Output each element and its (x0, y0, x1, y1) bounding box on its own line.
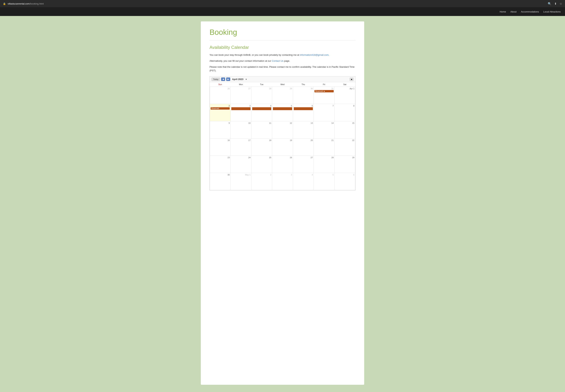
calendar-month-label: April 2023 (232, 78, 243, 81)
reserved-event-tue (252, 107, 271, 110)
cal-day-apr7: 7 (314, 104, 334, 121)
calendar-week-2: 2 Reserved 3 4 5 (210, 104, 355, 121)
page-background: Booking Availability Calendar You can bo… (0, 16, 565, 392)
cal-day-apr8: 8 (334, 104, 355, 121)
section-divider (210, 40, 355, 41)
nav-accommodations[interactable]: Accommodations (521, 10, 539, 13)
nav-home[interactable]: Home (500, 10, 506, 13)
booking-para3: Please note that the calendar is not upd… (210, 65, 355, 73)
navbar: Home About Accommodations Local Attracti… (0, 7, 565, 16)
cal-day-mar30: 30 (293, 87, 313, 104)
col-header-wed: Wed (272, 82, 293, 87)
cal-day-may2: 2 (251, 173, 272, 190)
reserved-event-start[interactable]: Reserved ► (314, 90, 334, 92)
cal-day-apr14: 14 (314, 121, 334, 139)
cal-day-may3: 3 (272, 173, 293, 190)
cal-day-apr3: 3 (231, 104, 251, 121)
cal-day-apr18: 18 (251, 139, 272, 156)
availability-calendar: Today ◀ ▶ April 2023 ▼ ■ Sun Mon Tue Wed… (210, 76, 355, 190)
calendar-week-3: 9 10 11 12 13 14 15 (210, 121, 355, 139)
month-dropdown-button[interactable]: ▼ (245, 78, 247, 80)
nav-local-attractions[interactable]: Local Attractions (543, 10, 561, 13)
reserved-event-sun[interactable]: Reserved (211, 107, 230, 110)
cal-day-may6: 6 (334, 173, 355, 190)
share-icon[interactable]: ⬆ (554, 2, 557, 5)
cal-day-apr22: 22 (334, 139, 355, 156)
cal-day-mar29: 29 (272, 87, 293, 104)
cal-day-apr11: 11 (251, 121, 272, 139)
reserved-event-wed (273, 107, 292, 110)
section-title: Availability Calendar (210, 45, 355, 50)
cal-day-apr13: 13 (293, 121, 313, 139)
content-card: Booking Availability Calendar You can bo… (201, 21, 364, 385)
cal-day-apr19: 19 (272, 139, 293, 156)
calendar-grid: Sun Mon Tue Wed Thu Fri Sat 26 27 28 (210, 82, 355, 190)
email-link[interactable]: information418@gmail.com (300, 54, 328, 56)
cal-day-apr24: 24 (231, 156, 251, 173)
cal-day-apr16: 16 (210, 139, 231, 156)
calendar-week-1: 26 27 28 29 30 31 Reserved ► Apr 1 (210, 87, 355, 104)
cal-day-apr23: 23 (210, 156, 231, 173)
cal-day-apr25: 25 (251, 156, 272, 173)
cal-day-apr17: 17 (231, 139, 251, 156)
cal-day-may1: May 1 (231, 173, 251, 190)
calendar-week-6: 30 May 1 2 3 4 5 6 (210, 173, 355, 190)
calendar-week-4: 16 17 18 19 20 21 22 (210, 139, 355, 156)
search-icon[interactable]: 🔍 (548, 2, 551, 5)
booking-para2: Alternatively, you can fill out your con… (210, 59, 355, 63)
calendar-settings-button[interactable]: ■ (350, 78, 353, 81)
page-title: Booking (210, 28, 355, 37)
col-header-sun: Sun (210, 82, 231, 87)
nav-about[interactable]: About (510, 10, 517, 13)
reserved-event-mon (231, 107, 250, 110)
lock-icon: 🔒 (3, 2, 6, 5)
cal-day-apr29: 29 (334, 156, 355, 173)
col-header-fri: Fri (314, 82, 334, 87)
cal-day-apr2: 2 Reserved (210, 104, 231, 121)
col-header-tue: Tue (251, 82, 272, 87)
next-month-button[interactable]: ▶ (226, 78, 230, 81)
cal-day-mar26: 26 (210, 87, 231, 104)
cal-day-apr30: 30 (210, 173, 231, 190)
booking-para1: You can book your stay through AirBnB, o… (210, 53, 355, 57)
cal-day-mar31: 31 Reserved ► (314, 87, 334, 104)
cal-day-mar28: 28 (251, 87, 272, 104)
prev-month-button[interactable]: ◀ (221, 78, 225, 81)
cal-day-may4: 4 (293, 173, 313, 190)
col-header-sat: Sat (334, 82, 355, 87)
cal-day-may5: 5 (314, 173, 334, 190)
contact-us-link[interactable]: Contact Us (272, 59, 283, 62)
browser-url: villastucanrental.com/booking.html (8, 2, 44, 5)
col-header-mon: Mon (231, 82, 251, 87)
cal-day-apr15: 15 (334, 121, 355, 139)
browser-chrome: 🔒 villastucanrental.com/booking.html 🔍 ⬆… (0, 0, 565, 7)
cal-day-apr12: 12 (272, 121, 293, 139)
calendar-week-5: 23 24 25 26 27 28 29 (210, 156, 355, 173)
cal-day-apr27: 27 (293, 156, 313, 173)
cal-day-apr1: Apr 1 (334, 87, 355, 104)
cal-day-apr28: 28 (314, 156, 334, 173)
cal-day-mar27: 27 (231, 87, 251, 104)
col-header-thu: Thu (293, 82, 313, 87)
cal-day-apr4: 4 (251, 104, 272, 121)
cal-day-apr21: 21 (314, 139, 334, 156)
cal-day-apr9: 9 (210, 121, 231, 139)
bookmark-icon[interactable]: ☆ (560, 2, 562, 5)
cal-day-apr10: 10 (231, 121, 251, 139)
reserved-event-thu-end (294, 107, 313, 110)
cal-day-apr5: 5 (272, 104, 293, 121)
today-button[interactable]: Today (212, 78, 220, 81)
browser-action-icons: 🔍 ⬆ ☆ (548, 2, 562, 5)
cal-day-apr20: 20 (293, 139, 313, 156)
cal-day-apr6: 6 (293, 104, 313, 121)
calendar-toolbar: Today ◀ ▶ April 2023 ▼ ■ (210, 76, 355, 82)
cal-day-apr26: 26 (272, 156, 293, 173)
